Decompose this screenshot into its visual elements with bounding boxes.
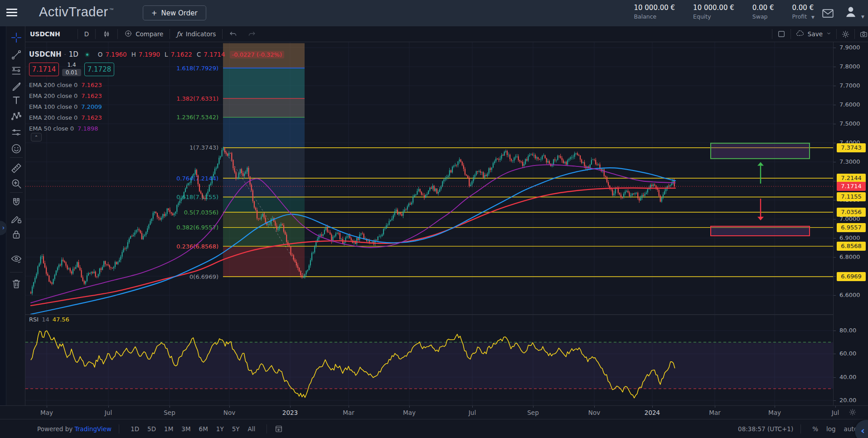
close-value: 7.1714	[204, 51, 225, 58]
supply-demand-zones[interactable]	[711, 143, 810, 236]
go-to-date-icon[interactable]	[274, 424, 283, 433]
chevron-down-icon[interactable]: ▼	[861, 15, 864, 19]
tool-zoom-in[interactable]	[10, 177, 23, 190]
indicators-button[interactable]: ƒxIndicators	[175, 30, 218, 38]
app-logo: ActivTrader™	[39, 5, 114, 19]
save-button[interactable]: Save	[795, 29, 832, 39]
compare-button[interactable]: Compare	[122, 29, 165, 39]
timezone-gear-icon[interactable]	[849, 408, 857, 418]
mail-icon[interactable]	[822, 7, 835, 18]
tool-fib-retracement[interactable]	[10, 64, 23, 78]
tool-brush[interactable]	[10, 80, 23, 94]
tool-long-short-position[interactable]	[10, 126, 23, 139]
tool-crosshair[interactable]	[10, 31, 23, 44]
chevron-down-icon	[826, 30, 832, 36]
long-short-position-icon	[10, 127, 22, 138]
range-6m[interactable]: 6M	[195, 423, 212, 434]
text-icon	[10, 94, 22, 106]
time-axis[interactable]: MayJulSepNov2023MarMayJulSepNov2024MarMa…	[0, 405, 868, 419]
chevron-down-icon	[826, 30, 832, 38]
price-chart-canvas[interactable]: 1.618(7.7929)1.382(7.6331)1.236(7.5342)1…	[25, 42, 833, 405]
range-1d[interactable]: 1D	[126, 423, 143, 434]
legend-ohlc-row[interactable]: USDCNH · 1D O7.1960 H7.1990 L7.1622 C7.1…	[29, 50, 284, 58]
toolbar-divider	[10, 272, 23, 273]
redo-icon[interactable]	[246, 30, 258, 39]
pane-separator[interactable]	[25, 314, 833, 315]
range-1y[interactable]: 1Y	[212, 423, 228, 434]
legend-symbol: USDCNH	[29, 50, 62, 58]
indicator-value: 7.1623	[81, 82, 102, 88]
toolbar-divider	[10, 157, 23, 158]
market-status-dot[interactable]	[85, 52, 90, 57]
tool-drawing-unlock[interactable]	[10, 212, 23, 226]
symbol-search-button[interactable]: USDCNH	[28, 30, 73, 38]
profit-label: Profit▼	[792, 13, 815, 20]
lot-size[interactable]: 0.01	[62, 69, 82, 76]
sell-button[interactable]: 7.1714	[29, 63, 59, 76]
indicator-row[interactable]: EMA 50 close 07.1898	[29, 124, 98, 133]
indicator-row[interactable]: EMA 100 close 07.2009	[29, 102, 102, 111]
price-badge-6.9557: 6.9557	[837, 223, 866, 232]
new-order-button[interactable]: +New Order	[143, 5, 206, 20]
indicator-row[interactable]: EMA 200 close 07.1623	[29, 80, 102, 89]
tool-emoji[interactable]	[10, 142, 23, 156]
drawing-unlock-icon	[10, 213, 22, 225]
range-5y[interactable]: 5Y	[228, 423, 244, 434]
tool-text[interactable]	[10, 93, 23, 107]
indicator-row[interactable]: EMA 200 close 07.1623	[29, 113, 102, 122]
tool-xabcd-pattern[interactable]	[10, 109, 23, 123]
range-5d[interactable]: 5D	[143, 423, 160, 434]
layout-panel-icon	[777, 29, 786, 39]
chart-style-candles-icon[interactable]	[100, 29, 113, 39]
swap-value: 0.00 €	[752, 4, 774, 12]
change-badge: -0.0227 (-0.32%)	[230, 51, 284, 58]
tool-ruler[interactable]	[10, 161, 23, 175]
screenshot-camera-icon[interactable]	[859, 30, 868, 39]
tool-magnet[interactable]	[10, 196, 23, 209]
indicator-row[interactable]: EMA 200 close 07.1623	[29, 91, 102, 100]
trademark: ™	[109, 7, 114, 12]
hamburger-menu-icon[interactable]	[6, 9, 17, 18]
tool-remove-all-trash[interactable]	[10, 277, 23, 291]
ema-50-line[interactable]	[31, 165, 675, 303]
swap-block: 0.00 €Swap	[752, 4, 774, 20]
tradingview-link[interactable]: TradingView	[75, 425, 112, 433]
magnet-icon	[10, 197, 22, 209]
tool-lock-all[interactable]	[10, 228, 23, 241]
range-3m[interactable]: 3M	[177, 423, 194, 434]
legend-collapse-button[interactable]: ⌃	[31, 133, 42, 141]
clock[interactable]: 08:38:57 (UTC+1)	[738, 425, 793, 433]
tool-trend-line[interactable]	[10, 48, 23, 62]
fib-retracement-zone[interactable]	[223, 43, 305, 277]
buy-button[interactable]: 7.1728	[84, 63, 114, 76]
rsi-tick: 60.00	[839, 350, 856, 357]
range-1m[interactable]: 1M	[160, 423, 177, 434]
chevron-down-icon[interactable]: ▼	[811, 15, 815, 19]
price-tick: 7.7000	[839, 82, 860, 89]
lock-all-icon	[10, 229, 22, 240]
spread-lot-block[interactable]: 1.4 0.01	[61, 62, 82, 76]
range-all[interactable]: All	[244, 423, 260, 434]
tool-hide-all-eye[interactable]	[10, 252, 23, 266]
cloud-icon	[795, 29, 805, 38]
undo-icon[interactable]	[227, 30, 239, 39]
rsi-value: 47.56	[53, 316, 69, 323]
rsi-legend[interactable]: RSI 14 47.56	[29, 316, 69, 323]
fib-retracement-icon	[10, 65, 22, 77]
avatar-icon[interactable]	[844, 5, 859, 20]
time-label: Nov	[223, 409, 235, 416]
profit-block[interactable]: 0.00 €Profit▼	[792, 4, 815, 20]
price-tick: 7.9000	[839, 44, 860, 51]
price-axis[interactable]: 7.90007.80007.70007.60007.50007.40007.30…	[833, 42, 868, 405]
percent-scale-toggle[interactable]: %	[808, 423, 822, 434]
interval-button[interactable]: D	[82, 30, 91, 38]
layout-panel-icon[interactable]	[777, 29, 786, 39]
chart-plot-area[interactable]: 1.618(7.7929)1.382(7.6331)1.236(7.5342)1…	[25, 42, 833, 405]
activtrader-app: ActivTrader™ +New Order 10 000.00 €Balan…	[0, 0, 868, 438]
balance-label: Balance	[634, 13, 675, 20]
settings-gear-icon[interactable]	[841, 30, 850, 39]
goto-date-icon	[274, 424, 283, 433]
log-scale-toggle[interactable]: log	[822, 423, 840, 434]
undo-icon	[229, 30, 238, 39]
camera-icon	[859, 30, 868, 39]
